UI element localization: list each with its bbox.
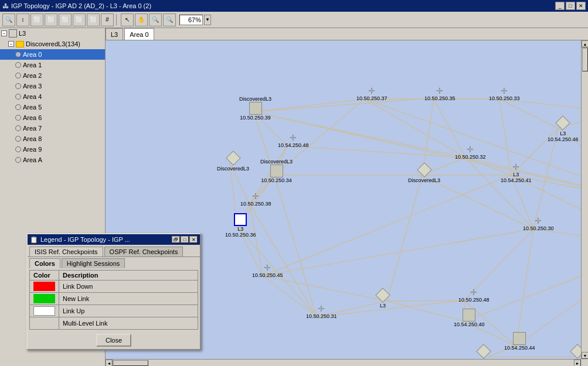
sidebar-item-area6[interactable]: Area 6 xyxy=(0,112,105,123)
node-sublabel-n21: 10.54.250.40 xyxy=(454,321,485,327)
node-n4[interactable]: ✛ 10.50.250.33 xyxy=(489,86,520,101)
legend-subtab-highlight[interactable]: Highlight Sessions xyxy=(62,258,125,268)
node-n20[interactable]: L3 xyxy=(375,288,390,309)
tool-btn-3[interactable]: ⬜ xyxy=(30,13,43,26)
zoom-input[interactable]: 67% xyxy=(179,15,203,25)
node-n12[interactable]: ✛ L3 10.54.250.41 xyxy=(501,162,532,183)
title-bar: 🖧 IGP Topology - IGP AD 2 (AD_2) - L3 - … xyxy=(0,0,588,12)
tool-select[interactable]: ↖ xyxy=(121,13,134,26)
node-sublabel-n15: 10.50.250.30 xyxy=(523,225,554,231)
node-n18[interactable]: ✛ 10.50.250.45 xyxy=(252,263,283,278)
node-sublabel-n4: 10.50.250.33 xyxy=(489,95,520,101)
legend-title-bar: 📋 Legend - IGP Topology - IGP ... 🗗 □ ✕ xyxy=(28,234,200,245)
node-n7[interactable]: ✛ 10.54.250.48 xyxy=(278,133,309,148)
scroll-up-button[interactable]: ▲ xyxy=(582,40,588,47)
tool-btn-8[interactable]: # xyxy=(101,13,114,26)
legend-color-4 xyxy=(30,317,59,330)
diamond-shape-n5 xyxy=(556,115,570,130)
node-n8[interactable]: DiscoveredL3 10.50.250.34 xyxy=(260,159,293,183)
scroll-thumb-horizontal[interactable] xyxy=(113,360,148,366)
node-n19[interactable]: ✛ 10.50.250.31 xyxy=(306,304,337,319)
area6-label: Area 6 xyxy=(23,114,42,121)
minimize-button[interactable]: _ xyxy=(555,2,565,10)
tool-zoom-out[interactable]: 🔍 xyxy=(163,13,176,26)
node-label-n10: DiscoveredL3 xyxy=(217,166,249,172)
node-n22[interactable]: ✛ 10.50.250.48 xyxy=(458,288,490,303)
node-n2[interactable]: ✛ 10.50.250.37 xyxy=(356,86,388,101)
node-diamond-n5 xyxy=(555,115,570,131)
scroll-down-button[interactable]: ▼ xyxy=(582,352,588,359)
node-n5[interactable]: L3 10.54.250.46 xyxy=(548,115,579,142)
node-square-n24 xyxy=(513,332,526,345)
node-n13[interactable]: ✛ 10.50.250.38 xyxy=(240,191,271,207)
tool-pan[interactable]: ✋ xyxy=(135,13,148,26)
sidebar-item-area7[interactable]: Area 7 xyxy=(0,123,105,134)
legend-table: Color Description Link Down New Link xyxy=(29,270,198,330)
node-sublabel-n7: 10.54.250.48 xyxy=(278,142,309,148)
close-button[interactable]: ✕ xyxy=(576,2,586,10)
node-n15[interactable]: ✛ 10.50.250.30 xyxy=(523,216,554,231)
tree-discovered[interactable]: − DiscoveredL3(134) xyxy=(0,39,105,49)
legend-desc-3: Link Up xyxy=(59,305,198,317)
sidebar-item-area8[interactable]: Area 8 xyxy=(0,134,105,144)
tab-area0[interactable]: Area 0 xyxy=(124,28,154,40)
legend-subtab-colors[interactable]: Colors xyxy=(29,258,60,268)
diamond-shape-n23 xyxy=(476,344,491,358)
legend-tab-ospf[interactable]: OSPF Ref. Checkpoints xyxy=(104,247,183,256)
tool-btn-1[interactable]: 🔍 xyxy=(2,13,15,26)
node-n14[interactable]: L3 10.50.250.36 xyxy=(225,213,256,238)
sidebar-item-area4[interactable]: Area 4 xyxy=(0,91,105,102)
legend-desc-2: New Link xyxy=(59,293,198,305)
node-sublabel-n18: 10.50.250.45 xyxy=(252,272,283,278)
scroll-thumb-vertical[interactable] xyxy=(582,48,588,71)
zoom-dropdown[interactable]: ▼ xyxy=(204,15,211,25)
legend-close-button-main[interactable]: Close xyxy=(96,334,131,347)
tree-root[interactable]: − L3 xyxy=(0,28,105,39)
sidebar-item-area2[interactable]: Area 2 xyxy=(0,70,105,81)
legend-maximize-button[interactable]: □ xyxy=(181,236,189,243)
sidebar-item-area5[interactable]: Area 5 xyxy=(0,102,105,112)
tool-btn-5[interactable]: ⬜ xyxy=(59,13,72,26)
node-n3[interactable]: ✛ 10.50.250.35 xyxy=(424,86,456,101)
node-n9[interactable]: ✛ 10.50.250.32 xyxy=(455,145,486,160)
node-n24[interactable]: 10.54.250.44 xyxy=(504,332,535,351)
tool-zoom-in[interactable]: 🔍 xyxy=(149,13,162,26)
node-sublabel-n2: 10.50.250.37 xyxy=(356,95,388,101)
svg-line-62 xyxy=(274,175,317,317)
legend-color-box-1 xyxy=(33,282,55,291)
tool-btn-7[interactable]: ⬜ xyxy=(87,13,100,26)
tool-btn-6[interactable]: ⬜ xyxy=(73,13,86,26)
horizontal-scrollbar[interactable]: ◄ ► xyxy=(106,359,581,366)
tool-btn-4[interactable]: ⬜ xyxy=(45,13,57,26)
expand-discovered[interactable]: − xyxy=(8,41,14,47)
node-square-n1 xyxy=(249,102,262,115)
sidebar-item-area9[interactable]: Area 9 xyxy=(0,144,105,155)
expand-root[interactable]: − xyxy=(1,30,7,36)
tab-l3[interactable]: L3 xyxy=(106,28,123,40)
legend-restore-button[interactable]: 🗗 xyxy=(172,236,180,243)
vertical-scrollbar[interactable]: ▲ ▼ xyxy=(581,40,588,359)
node-label-n12: L3 xyxy=(513,172,519,177)
node-cross-n9: ✛ xyxy=(467,145,474,154)
legend-tab-isis[interactable]: ISIS Ref. Checkpoints xyxy=(29,247,103,256)
node-diamond-n23 xyxy=(476,344,491,359)
scroll-right-button[interactable]: ► xyxy=(574,360,581,366)
scroll-left-button[interactable]: ◄ xyxy=(106,360,113,366)
node-n21[interactable]: 10.54.250.40 xyxy=(454,309,485,327)
node-sublabel-n19: 10.50.250.31 xyxy=(306,313,337,319)
svg-line-6 xyxy=(365,99,465,158)
node-cross-n15: ✛ xyxy=(535,216,542,225)
node-n10[interactable]: DiscoveredL3 xyxy=(217,150,249,172)
node-n1[interactable]: DiscoveredL3 10.50.250.39 xyxy=(239,96,271,121)
node-n11[interactable]: DiscoveredL3 xyxy=(408,162,440,183)
sidebar-item-area0[interactable]: Area 0 xyxy=(0,49,105,60)
tool-btn-2[interactable]: ↕ xyxy=(16,13,29,26)
maximize-button[interactable]: □ xyxy=(566,2,575,10)
legend-close-button[interactable]: ✕ xyxy=(189,236,198,243)
sidebar-item-area3[interactable]: Area 3 xyxy=(0,81,105,91)
area2-label: Area 2 xyxy=(23,72,42,79)
circle-icon-6 xyxy=(15,115,21,121)
circle-icon-1 xyxy=(15,62,21,68)
sidebar-item-areaA[interactable]: Area A xyxy=(0,155,105,165)
sidebar-item-area1[interactable]: Area 1 xyxy=(0,60,105,70)
